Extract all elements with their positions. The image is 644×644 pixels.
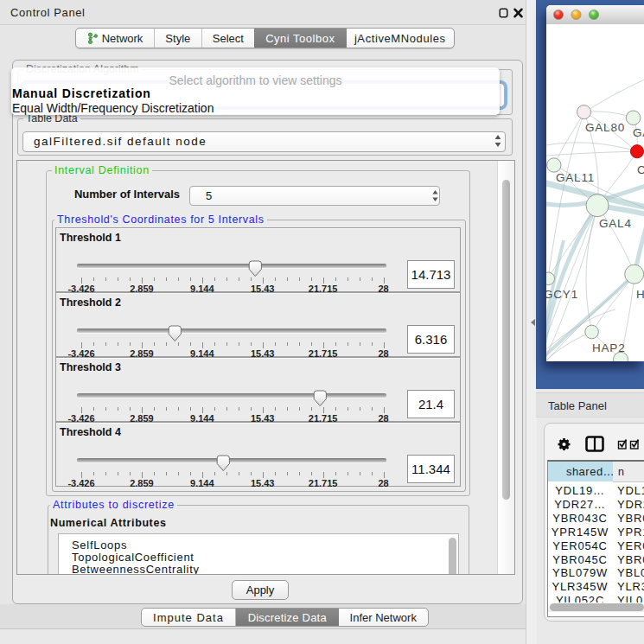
- svg-text:GA: GA: [633, 126, 644, 139]
- svg-text:H: H: [636, 288, 644, 301]
- svg-text:HAP2: HAP2: [592, 341, 625, 354]
- svg-text:GAL11: GAL11: [556, 171, 595, 184]
- svg-text:C: C: [637, 163, 644, 176]
- svg-text:GAL80: GAL80: [585, 121, 625, 134]
- svg-text:GCY1: GCY1: [546, 288, 578, 301]
- svg-text:GAL4: GAL4: [599, 217, 632, 230]
